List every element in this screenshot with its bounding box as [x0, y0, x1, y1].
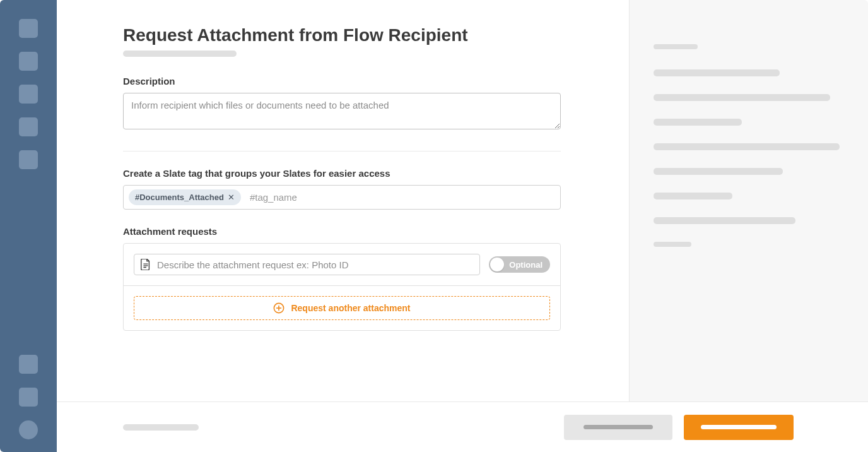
sidebar-item-6[interactable]: [19, 355, 38, 374]
form-pane: Request Attachment from Flow Recipient D…: [57, 0, 630, 401]
content-wrap: Request Attachment from Flow Recipient D…: [57, 0, 868, 401]
footer-left-placeholder: [123, 424, 199, 431]
description-input[interactable]: [123, 93, 561, 129]
footer-secondary-button[interactable]: [564, 415, 672, 440]
request-another-attachment-button[interactable]: Request another attachment: [134, 296, 550, 320]
document-icon: [141, 259, 151, 270]
sidebar-item-5[interactable]: [19, 150, 38, 169]
sidebar-bottom-group: [19, 355, 38, 439]
sidebar-top-group: [19, 19, 38, 355]
page-title: Request Attachment from Flow Recipient: [123, 25, 561, 45]
sidebar-item-2[interactable]: [19, 52, 38, 71]
app-root: Request Attachment from Flow Recipient D…: [0, 0, 868, 452]
slate-tag-label: Create a Slate tag that groups your Slat…: [123, 168, 561, 179]
toggle-label: Optional: [509, 260, 542, 270]
sidebar-item-4[interactable]: [19, 117, 38, 136]
button-label-placeholder: [701, 425, 777, 429]
skeleton-line: [654, 193, 732, 199]
add-button-label: Request another attachment: [291, 303, 410, 313]
optional-toggle[interactable]: Optional: [489, 256, 550, 273]
attachment-description-input[interactable]: [157, 259, 473, 270]
skeleton-line: [654, 168, 783, 175]
skeleton-line: [654, 69, 780, 76]
main-area: Request Attachment from Flow Recipient D…: [57, 0, 868, 452]
skeleton-line: [654, 44, 698, 49]
skeleton-line: [654, 119, 742, 126]
footer: [57, 401, 868, 452]
avatar[interactable]: [19, 420, 38, 439]
tag-remove-icon[interactable]: ✕: [228, 193, 235, 202]
attachment-input-wrap: [134, 254, 480, 275]
toggle-knob: [490, 258, 504, 271]
tag-chip-label: #Documents_Attached: [135, 193, 224, 202]
add-attachment-row: Request another attachment: [124, 286, 560, 330]
skeleton-line: [654, 242, 691, 247]
sidebar-item-3[interactable]: [19, 85, 38, 104]
skeleton-line: [654, 143, 840, 150]
button-label-placeholder: [584, 425, 653, 429]
attachment-requests-label: Attachment requests: [123, 226, 561, 237]
skeleton-line: [654, 217, 795, 224]
sidebar-item-7[interactable]: [19, 388, 38, 407]
divider: [123, 151, 561, 152]
subtitle-placeholder: [123, 51, 237, 57]
footer-primary-button[interactable]: [684, 415, 794, 440]
slate-tag-input[interactable]: [247, 189, 555, 205]
description-label: Description: [123, 76, 561, 86]
slate-tag-field[interactable]: #Documents_Attached ✕: [123, 185, 561, 210]
sidebar-item-1[interactable]: [19, 19, 38, 38]
sidebar: [0, 0, 57, 452]
skeleton-line: [654, 94, 830, 101]
attachment-row: Optional: [124, 244, 560, 286]
form-inner: Request Attachment from Flow Recipient D…: [123, 25, 561, 331]
tag-chip: #Documents_Attached ✕: [129, 189, 241, 205]
plus-circle-icon: [273, 302, 284, 314]
preview-pane: [630, 0, 868, 401]
attachments-panel: Optional Request another attachment: [123, 243, 561, 331]
